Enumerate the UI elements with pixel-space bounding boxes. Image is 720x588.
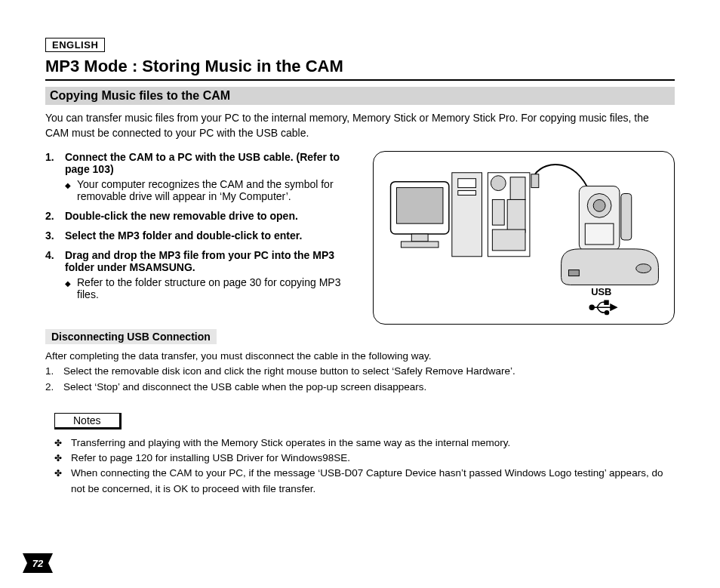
svg-rect-24 xyxy=(605,300,608,304)
flower-icon xyxy=(54,466,71,497)
step-title: Double-click the new removable drive to … xyxy=(65,210,358,222)
disconnect-item: 1. Select the removable disk icon and cl… xyxy=(45,364,675,379)
svg-rect-17 xyxy=(585,223,614,245)
svg-point-19 xyxy=(636,264,651,273)
notes-list: Transferring and playing with the Memory… xyxy=(45,436,675,497)
step-number: 3. xyxy=(45,229,65,242)
intro-text: You can transfer music files from your P… xyxy=(45,111,675,140)
step-title: Connect the CAM to a PC with the USB cab… xyxy=(65,151,358,175)
svg-point-25 xyxy=(605,311,609,315)
list-text: Select ‘Stop’ and disconnect the USB cab… xyxy=(63,380,426,395)
svg-rect-5 xyxy=(458,179,476,188)
step-2: 2. Double-click the new removable drive … xyxy=(45,210,358,222)
list-number: 1. xyxy=(45,364,63,379)
note-item: When connecting the CAM to your PC, if t… xyxy=(45,466,675,497)
note-text: When connecting the CAM to your PC, if t… xyxy=(71,466,675,497)
note-text: Transferring and playing with the Memory… xyxy=(71,436,510,451)
svg-point-8 xyxy=(491,176,506,191)
svg-point-16 xyxy=(593,200,605,212)
manual-page: ENGLISH MP3 Mode : Storing Music in the … xyxy=(0,0,720,588)
svg-rect-12 xyxy=(492,229,525,251)
page-title: MP3 Mode : Storing Music in the CAM xyxy=(45,57,675,81)
section-heading: Copying Music files to the CAM xyxy=(45,87,675,105)
svg-rect-6 xyxy=(458,191,476,195)
note-item: Refer to page 120 for installing USB Dri… xyxy=(45,451,675,466)
svg-rect-9 xyxy=(510,177,525,200)
svg-marker-23 xyxy=(611,304,617,310)
step-3: 3. Select the MP3 folder and double-clic… xyxy=(45,229,358,242)
bullet-text: Refer to the folder structure on page 30… xyxy=(77,276,358,300)
step-title: Drag and drop the MP3 file from your PC … xyxy=(65,249,358,273)
svg-rect-20 xyxy=(568,270,579,276)
svg-rect-13 xyxy=(531,174,539,188)
step-bullet: Your computer recognizes the CAM and the… xyxy=(65,178,358,202)
usb-label: USB xyxy=(591,287,611,298)
svg-rect-10 xyxy=(492,200,504,226)
connection-diagram: USB xyxy=(373,151,675,325)
diamond-icon xyxy=(65,276,77,300)
step-bullet: Refer to the folder structure on page 30… xyxy=(65,276,358,300)
flower-icon xyxy=(54,436,71,451)
disconnect-heading: Disconnecting USB Connection xyxy=(45,329,217,344)
step-4: 4. Drag and drop the MP3 file from your … xyxy=(45,249,358,300)
step-1: 1. Connect the CAM to a PC with the USB … xyxy=(45,151,358,202)
list-number: 2. xyxy=(45,380,63,395)
flower-icon xyxy=(54,451,71,466)
svg-rect-11 xyxy=(507,200,525,233)
disconnect-block: After completing the data transfer, you … xyxy=(45,349,675,395)
note-item: Transferring and playing with the Memory… xyxy=(45,436,675,451)
notes-label: Notes xyxy=(54,413,122,429)
step-number: 2. xyxy=(45,210,65,222)
svg-rect-3 xyxy=(401,242,438,248)
step-title: Select the MP3 folder and double-click t… xyxy=(65,229,358,242)
step-number: 4. xyxy=(45,249,65,300)
svg-rect-1 xyxy=(396,188,442,224)
bullet-text: Your computer recognizes the CAM and the… xyxy=(77,178,358,202)
language-tag: ENGLISH xyxy=(45,38,105,52)
disconnect-item: 2. Select ‘Stop’ and disconnect the USB … xyxy=(45,380,675,395)
page-number-flag: 72 xyxy=(23,553,53,573)
step-number: 1. xyxy=(45,151,65,202)
list-text: Select the removable disk icon and click… xyxy=(63,364,515,379)
page-number: 72 xyxy=(23,553,53,573)
diamond-icon xyxy=(65,178,77,202)
disconnect-intro: After completing the data transfer, you … xyxy=(45,349,675,364)
svg-rect-2 xyxy=(411,234,428,242)
svg-rect-18 xyxy=(621,194,632,240)
steps-list: 1. Connect the CAM to a PC with the USB … xyxy=(45,151,358,308)
note-text: Refer to page 120 for installing USB Dri… xyxy=(71,451,350,466)
